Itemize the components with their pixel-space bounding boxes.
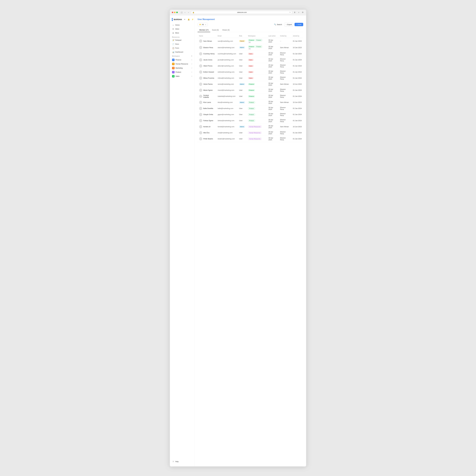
cell-workspace: Finance [247,93,267,99]
cell-last-active: 30 Apr 2024 [267,57,279,63]
cell-name: Kiss Laura [198,99,216,105]
table-row[interactable]: Jacob Jonesjacob@marketing.comUserSales3… [198,57,303,63]
cell-workspace: Product [247,99,267,105]
table-row[interactable]: Sam Altmansam@marketing.comOwnerFinanceP… [198,38,303,44]
table-row[interactable]: Pintér Beatrixbeatrix@marketing.comUserH… [198,136,303,142]
role-badge: Admin [239,47,245,49]
sidebar-item-marketing[interactable]: M Marketing ∨ [171,66,193,70]
forward-button[interactable]: › [187,11,190,14]
cell-workspace: Finance [247,87,267,93]
cell-joined-by: 01 Jan 2024 [291,69,303,75]
sidebar-item-more[interactable]: ⊕ More [171,31,193,35]
sidebar-item-finance[interactable]: F Finance ∨ [171,58,193,62]
cell-joined-by: 01 Jan 2024 [291,105,303,111]
maximize-button[interactable] [176,12,178,13]
table-row[interactable]: Eleanor Penaelanor@marketing.comAdminFin… [198,44,303,51]
address-bar[interactable]: 🔒 salescore.com ↻ [191,11,292,14]
sidebar-item-inbox[interactable]: ✉ Inbox [171,27,193,31]
app-container: S BARSHA ≡ 🔔 ⚡ 🕐 🔍 ⌂ Home [170,15,306,466]
cell-role: User [238,136,247,142]
sidebar-item-form[interactable]: 📋 Form [171,46,193,50]
cell-invited-by: Sam Altman [279,81,291,87]
table-row[interactable]: Surányi Izabellaizabella@marketing.comUs… [198,93,303,99]
cell-joined-by: 01 Jan 2024 [291,51,303,57]
cell-email: balla@marketing.com [216,105,238,111]
workspace-badge: Product [248,113,255,116]
refresh-icon[interactable]: ↻ [289,12,291,13]
more-icon: ⊕ [172,32,174,34]
tab-guest[interactable]: Guest (0) [210,28,221,32]
tab-viewer[interactable]: Viewer (0) [221,28,231,32]
sidebar-item-product[interactable]: P Product ∨ [171,70,193,74]
cell-joined-by: 01 Jan 2024 [291,57,303,63]
sidebar-header: S BARSHA ≡ 🔔 ⚡ 🕐 🔍 [170,17,194,23]
sidebar-item-help[interactable]: ? Help [171,460,193,463]
table-row[interactable]: Farkas Ágnesfarkas@marketing.comUserProd… [198,118,303,124]
export-icon: ↑ [286,24,287,25]
menu-icon-button[interactable]: ≡ [183,18,187,21]
help-icon: ? [172,461,174,463]
cell-email: esther@marketing.com [216,69,238,75]
sidebar-item-home[interactable]: ⌂ Home [171,23,193,27]
sidebar-item-docs[interactable]: 📄 Docs [171,42,193,46]
cell-name: Miksa Fruzsina [198,75,216,81]
cell-workspace: Human Resources [247,130,267,136]
form-label: Form [175,47,179,49]
table-row[interactable]: Illés Évaeva@marketing.comUserHuman Reso… [198,130,303,136]
cell-role: User [238,57,247,63]
sidebar-item-human-resource[interactable]: H Human Resource ∨ [171,62,193,66]
app-name: BARSHA [174,18,182,20]
table-row[interactable]: Balla Daniellaballa@marketing.comUserPro… [198,105,303,111]
cell-role: User [238,75,247,81]
cell-invited-by: Eleanor Pena [279,57,291,63]
sidebar-toggle-button[interactable]: ⬜ [180,11,183,14]
sidebar-item-dashboard[interactable]: 📊 Dashboard [171,50,193,54]
filter-select[interactable]: 📁 All ∨ [198,23,208,26]
export-button[interactable]: ↑ Export [284,23,293,26]
add-tab-button[interactable]: + [297,11,300,14]
share-button[interactable]: ⬆ [293,11,296,14]
form-icon: 📋 [172,47,174,49]
search-button[interactable]: 🔍 Search [273,23,283,26]
toolbar-row: 📁 All ∨ 🔍 Search ↑ Export + Invite [198,23,303,26]
quick-action-button[interactable]: ⚡ [191,18,194,21]
col-name: Name [198,34,216,38]
tabs-row: Member (17) Guest (0) Viewer (0) [198,28,303,32]
back-button[interactable]: ‹ [184,11,187,14]
close-button[interactable] [172,12,173,13]
tab-member[interactable]: Member (17) [198,28,210,32]
table-row[interactable]: Veres Pannaveres@marketing.comAdminFinan… [198,81,303,87]
notifications-button[interactable]: 🔔 [187,18,190,21]
table-row[interactable]: Mezei Ágnesmezei@marketing.comUserFinanc… [198,87,303,93]
cell-role: User [238,93,247,99]
sidebar-item-sales[interactable]: S Sales ∨ [171,74,193,78]
cell-workspace: FinanceProduct+3 [247,44,267,51]
url-display: salescore.com [195,12,289,13]
tabs-button[interactable]: ⧉ [301,11,304,14]
cell-email: jacob@marketing.com [216,57,238,63]
cell-email: miksa@marketing.com [216,75,238,81]
table-row[interactable]: Miksa Fruzsinamiksa@marketing.comUserSal… [198,75,303,81]
minimize-button[interactable] [174,12,175,13]
cell-workspace: Sales [247,63,267,69]
cell-invited-by: Sam Altman [279,124,291,130]
row-avatar [199,131,202,134]
invite-label: + Invite [296,24,302,25]
cell-role: User [238,118,247,124]
dashboard-label: Dashboard [175,51,183,53]
table-row[interactable]: Gáspár Grétagapar@marketing.comUserProdu… [198,111,303,118]
sidebar-item-notepad[interactable]: 📝 Notepad [171,38,193,42]
add-workspace-button[interactable]: + [191,55,192,57]
workspace-badge: Sales [248,65,254,67]
cell-invited-by: Eleanor Pena [279,69,291,75]
cell-last-active: 30 Apr 2024 [267,93,279,99]
product-dot: P [172,71,174,73]
invite-button[interactable]: + Invite [294,23,303,26]
cell-last-active: 30 Apr 2024 [267,38,279,44]
sales-dot: S [172,75,174,77]
table-row[interactable]: Courtney Henrycourtney@marketing.comUser… [198,51,303,57]
table-row[interactable]: Albert Floresalbert@marketing.comUserSal… [198,63,303,69]
table-row[interactable]: Kende Lilikende@marketing.comAdminHuman … [198,124,303,130]
table-row[interactable]: Kiss Laurakiss@marketing.comAdminProduct… [198,99,303,105]
table-row[interactable]: Esther Howardesther@marketing.comUserSal… [198,69,303,75]
